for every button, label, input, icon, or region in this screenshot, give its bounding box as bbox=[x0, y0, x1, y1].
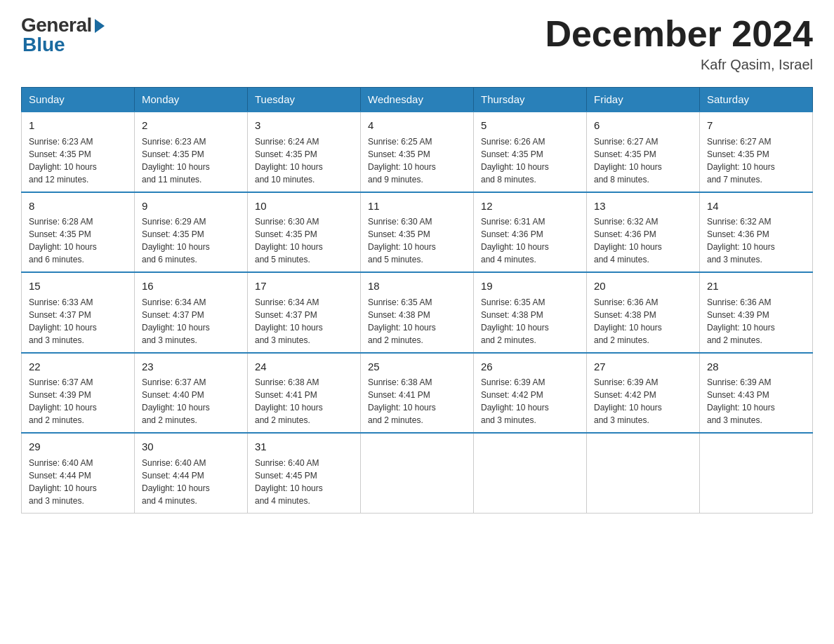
day-number: 30 bbox=[142, 439, 240, 455]
day-number: 7 bbox=[707, 118, 805, 134]
calendar-cell: 16Sunrise: 6:34 AMSunset: 4:37 PMDayligh… bbox=[135, 272, 248, 353]
calendar-cell: 19Sunrise: 6:35 AMSunset: 4:38 PMDayligh… bbox=[474, 272, 587, 353]
weekday-header-monday: Monday bbox=[135, 88, 248, 112]
logo-blue-text: Blue bbox=[22, 34, 65, 56]
day-info: Sunrise: 6:27 AMSunset: 4:35 PMDaylight:… bbox=[707, 135, 805, 186]
weekday-header-friday: Friday bbox=[587, 88, 700, 112]
day-info: Sunrise: 6:26 AMSunset: 4:35 PMDaylight:… bbox=[481, 135, 579, 186]
calendar-cell: 23Sunrise: 6:37 AMSunset: 4:40 PMDayligh… bbox=[135, 353, 248, 434]
day-number: 28 bbox=[707, 359, 805, 375]
page-header: General Blue December 2024 Kafr Qasim, I… bbox=[21, 14, 813, 73]
week-row-4: 22Sunrise: 6:37 AMSunset: 4:39 PMDayligh… bbox=[22, 353, 813, 434]
day-number: 3 bbox=[255, 118, 353, 134]
weekday-header-sunday: Sunday bbox=[22, 88, 135, 112]
calendar-cell: 9Sunrise: 6:29 AMSunset: 4:35 PMDaylight… bbox=[135, 192, 248, 273]
day-info: Sunrise: 6:36 AMSunset: 4:38 PMDaylight:… bbox=[594, 296, 692, 347]
day-info: Sunrise: 6:40 AMSunset: 4:44 PMDaylight:… bbox=[29, 457, 127, 507]
title-section: December 2024 Kafr Qasim, Israel bbox=[545, 14, 813, 73]
week-row-5: 29Sunrise: 6:40 AMSunset: 4:44 PMDayligh… bbox=[22, 433, 813, 513]
calendar-cell: 21Sunrise: 6:36 AMSunset: 4:39 PMDayligh… bbox=[700, 272, 813, 353]
calendar-cell: 17Sunrise: 6:34 AMSunset: 4:37 PMDayligh… bbox=[248, 272, 361, 353]
day-info: Sunrise: 6:23 AMSunset: 4:35 PMDaylight:… bbox=[29, 135, 127, 186]
location-label: Kafr Qasim, Israel bbox=[545, 57, 813, 73]
day-number: 16 bbox=[142, 279, 240, 295]
weekday-header-thursday: Thursday bbox=[474, 88, 587, 112]
calendar-cell: 28Sunrise: 6:39 AMSunset: 4:43 PMDayligh… bbox=[700, 353, 813, 434]
calendar-cell: 26Sunrise: 6:39 AMSunset: 4:42 PMDayligh… bbox=[474, 353, 587, 434]
calendar-cell: 2Sunrise: 6:23 AMSunset: 4:35 PMDaylight… bbox=[135, 112, 248, 192]
calendar-cell: 8Sunrise: 6:28 AMSunset: 4:35 PMDaylight… bbox=[22, 192, 135, 273]
day-number: 4 bbox=[368, 118, 466, 134]
day-number: 10 bbox=[255, 199, 353, 215]
day-info: Sunrise: 6:39 AMSunset: 4:43 PMDaylight:… bbox=[707, 376, 805, 427]
day-number: 23 bbox=[142, 359, 240, 375]
calendar-cell bbox=[700, 433, 813, 513]
calendar-cell: 31Sunrise: 6:40 AMSunset: 4:45 PMDayligh… bbox=[248, 433, 361, 513]
day-info: Sunrise: 6:32 AMSunset: 4:36 PMDaylight:… bbox=[707, 215, 805, 266]
week-row-1: 1Sunrise: 6:23 AMSunset: 4:35 PMDaylight… bbox=[22, 112, 813, 192]
day-info: Sunrise: 6:24 AMSunset: 4:35 PMDaylight:… bbox=[255, 135, 353, 186]
calendar-cell bbox=[474, 433, 587, 513]
calendar-cell bbox=[587, 433, 700, 513]
day-info: Sunrise: 6:38 AMSunset: 4:41 PMDaylight:… bbox=[368, 376, 466, 427]
day-number: 8 bbox=[29, 199, 127, 215]
day-number: 6 bbox=[594, 118, 692, 134]
day-info: Sunrise: 6:33 AMSunset: 4:37 PMDaylight:… bbox=[29, 296, 127, 347]
day-info: Sunrise: 6:39 AMSunset: 4:42 PMDaylight:… bbox=[594, 376, 692, 427]
day-info: Sunrise: 6:29 AMSunset: 4:35 PMDaylight:… bbox=[142, 215, 240, 266]
day-number: 15 bbox=[29, 279, 127, 295]
calendar-cell: 24Sunrise: 6:38 AMSunset: 4:41 PMDayligh… bbox=[248, 353, 361, 434]
calendar-cell: 13Sunrise: 6:32 AMSunset: 4:36 PMDayligh… bbox=[587, 192, 700, 273]
day-info: Sunrise: 6:31 AMSunset: 4:36 PMDaylight:… bbox=[481, 215, 579, 266]
day-number: 25 bbox=[368, 359, 466, 375]
day-info: Sunrise: 6:38 AMSunset: 4:41 PMDaylight:… bbox=[255, 376, 353, 427]
day-number: 2 bbox=[142, 118, 240, 134]
day-info: Sunrise: 6:39 AMSunset: 4:42 PMDaylight:… bbox=[481, 376, 579, 427]
calendar-table: SundayMondayTuesdayWednesdayThursdayFrid… bbox=[21, 87, 813, 514]
day-info: Sunrise: 6:28 AMSunset: 4:35 PMDaylight:… bbox=[29, 215, 127, 266]
day-info: Sunrise: 6:36 AMSunset: 4:39 PMDaylight:… bbox=[707, 296, 805, 347]
day-number: 11 bbox=[368, 199, 466, 215]
weekday-header-row: SundayMondayTuesdayWednesdayThursdayFrid… bbox=[22, 88, 813, 112]
calendar-cell: 4Sunrise: 6:25 AMSunset: 4:35 PMDaylight… bbox=[361, 112, 474, 192]
day-number: 5 bbox=[481, 118, 579, 134]
day-number: 1 bbox=[29, 118, 127, 134]
day-number: 17 bbox=[255, 279, 353, 295]
calendar-cell: 29Sunrise: 6:40 AMSunset: 4:44 PMDayligh… bbox=[22, 433, 135, 513]
day-number: 31 bbox=[255, 439, 353, 455]
day-number: 26 bbox=[481, 359, 579, 375]
week-row-3: 15Sunrise: 6:33 AMSunset: 4:37 PMDayligh… bbox=[22, 272, 813, 353]
day-number: 9 bbox=[142, 199, 240, 215]
day-info: Sunrise: 6:30 AMSunset: 4:35 PMDaylight:… bbox=[368, 215, 466, 266]
day-info: Sunrise: 6:27 AMSunset: 4:35 PMDaylight:… bbox=[594, 135, 692, 186]
day-number: 29 bbox=[29, 439, 127, 455]
calendar-cell: 3Sunrise: 6:24 AMSunset: 4:35 PMDaylight… bbox=[248, 112, 361, 192]
day-info: Sunrise: 6:37 AMSunset: 4:40 PMDaylight:… bbox=[142, 376, 240, 427]
calendar-cell: 11Sunrise: 6:30 AMSunset: 4:35 PMDayligh… bbox=[361, 192, 474, 273]
day-info: Sunrise: 6:40 AMSunset: 4:45 PMDaylight:… bbox=[255, 457, 353, 507]
calendar-cell: 27Sunrise: 6:39 AMSunset: 4:42 PMDayligh… bbox=[587, 353, 700, 434]
day-info: Sunrise: 6:30 AMSunset: 4:35 PMDaylight:… bbox=[255, 215, 353, 266]
day-number: 13 bbox=[594, 199, 692, 215]
day-info: Sunrise: 6:34 AMSunset: 4:37 PMDaylight:… bbox=[142, 296, 240, 347]
day-number: 27 bbox=[594, 359, 692, 375]
calendar-cell: 15Sunrise: 6:33 AMSunset: 4:37 PMDayligh… bbox=[22, 272, 135, 353]
day-number: 20 bbox=[594, 279, 692, 295]
calendar-cell: 5Sunrise: 6:26 AMSunset: 4:35 PMDaylight… bbox=[474, 112, 587, 192]
day-number: 14 bbox=[707, 199, 805, 215]
calendar-cell: 22Sunrise: 6:37 AMSunset: 4:39 PMDayligh… bbox=[22, 353, 135, 434]
calendar-cell: 20Sunrise: 6:36 AMSunset: 4:38 PMDayligh… bbox=[587, 272, 700, 353]
day-number: 21 bbox=[707, 279, 805, 295]
calendar-cell bbox=[361, 433, 474, 513]
calendar-cell: 14Sunrise: 6:32 AMSunset: 4:36 PMDayligh… bbox=[700, 192, 813, 273]
day-info: Sunrise: 6:35 AMSunset: 4:38 PMDaylight:… bbox=[481, 296, 579, 347]
day-info: Sunrise: 6:32 AMSunset: 4:36 PMDaylight:… bbox=[594, 215, 692, 266]
calendar-cell: 30Sunrise: 6:40 AMSunset: 4:44 PMDayligh… bbox=[135, 433, 248, 513]
day-number: 24 bbox=[255, 359, 353, 375]
calendar-cell: 25Sunrise: 6:38 AMSunset: 4:41 PMDayligh… bbox=[361, 353, 474, 434]
calendar-cell: 1Sunrise: 6:23 AMSunset: 4:35 PMDaylight… bbox=[22, 112, 135, 192]
day-info: Sunrise: 6:35 AMSunset: 4:38 PMDaylight:… bbox=[368, 296, 466, 347]
day-number: 22 bbox=[29, 359, 127, 375]
day-info: Sunrise: 6:34 AMSunset: 4:37 PMDaylight:… bbox=[255, 296, 353, 347]
calendar-cell: 18Sunrise: 6:35 AMSunset: 4:38 PMDayligh… bbox=[361, 272, 474, 353]
